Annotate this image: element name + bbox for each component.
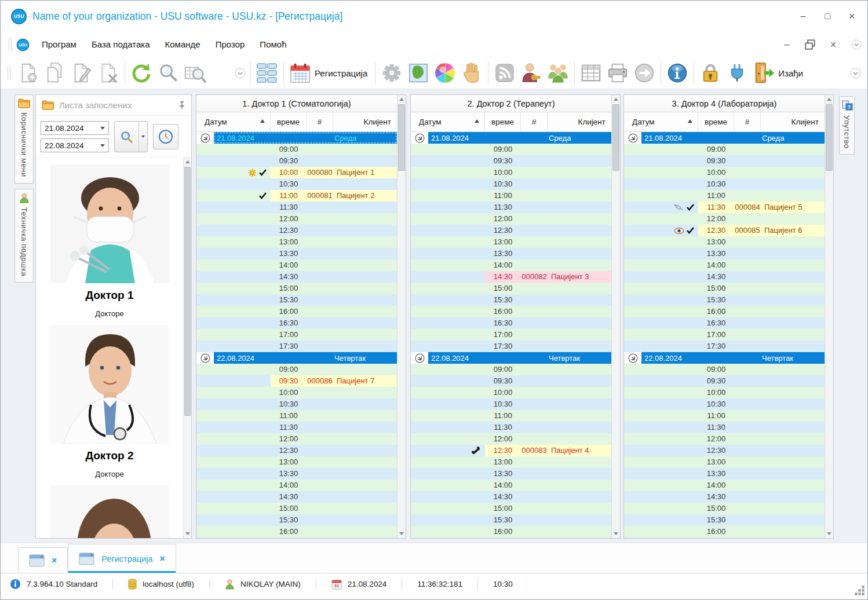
appointment-row[interactable]: 12:30000085Пацијент 6 [624, 225, 825, 236]
doctor-card[interactable] [36, 485, 183, 538]
time-slot-row[interactable]: 16:00 [624, 526, 825, 537]
time-slot-row[interactable]: 12:00 [624, 213, 825, 225]
time-slot-row[interactable]: 10:30 [411, 178, 611, 190]
appointment-row[interactable]: 10:00000080Пацијент 1 [196, 167, 397, 178]
time-slot-row[interactable]: 12:30 [411, 225, 611, 236]
appointment-row[interactable]: 11:00000081Пацијент 2 [196, 190, 397, 202]
header-number[interactable]: # [521, 112, 548, 131]
time-slot-row[interactable]: 10:00 [624, 387, 825, 398]
time-slot-row[interactable]: 17:30 [411, 341, 611, 352]
time-slot-row[interactable]: 09:00 [196, 364, 397, 375]
appointment-row[interactable]: 12:30000083Пацијент 4 [411, 445, 611, 456]
header-time[interactable]: време [698, 112, 734, 131]
time-slot-row[interactable]: 17:00 [411, 329, 611, 341]
time-slot-row[interactable]: 16:30 [624, 317, 825, 329]
time-slot-row[interactable]: 16:00 [196, 526, 397, 537]
time-slot-row[interactable]: 10:00 [411, 167, 611, 178]
time-slot-row[interactable]: 13:00 [196, 456, 397, 468]
copy-record-button[interactable] [42, 60, 68, 86]
time-slot-row[interactable]: 15:30 [624, 294, 825, 306]
clock-button[interactable] [153, 124, 178, 149]
time-slot-row[interactable]: 13:30 [196, 248, 397, 259]
time-slot-row[interactable]: 10:00 [411, 387, 611, 398]
delete-record-button[interactable] [95, 60, 122, 86]
menu-item[interactable]: База података [84, 39, 158, 49]
time-slot-row[interactable]: 16:00 [411, 526, 611, 537]
window-tab[interactable]: × [18, 547, 68, 573]
time-slot-row[interactable]: 11:30 [196, 422, 397, 433]
grid-view-button[interactable] [254, 60, 280, 86]
time-slot-row[interactable]: 10:30 [411, 398, 611, 410]
time-slot-row[interactable]: 13:00 [624, 236, 825, 248]
doctor-card[interactable]: Доктор 1 Докторе [36, 164, 183, 318]
settings-gear-button[interactable] [378, 60, 405, 86]
time-slot-row[interactable]: 16:00 [624, 306, 825, 317]
header-datum[interactable]: Датум [624, 112, 698, 131]
date-from-select[interactable]: 21.08.2024 [41, 121, 109, 135]
search-employees-button[interactable] [114, 121, 148, 152]
time-slot-row[interactable]: 09:00 [196, 144, 397, 155]
color-wheel-button[interactable] [432, 60, 458, 86]
scroll-down-button[interactable] [397, 529, 406, 538]
time-slot-row[interactable]: 14:00 [196, 259, 397, 271]
time-slot-row[interactable]: 14:30 [196, 491, 397, 503]
time-slot-row[interactable]: 11:00 [411, 410, 611, 422]
vertical-scrollbar[interactable] [825, 95, 833, 538]
doctor-card[interactable]: Доктор 2 Докторе [36, 325, 183, 478]
vertical-scrollbar[interactable] [611, 95, 620, 538]
time-slot-row[interactable]: 12:00 [624, 433, 825, 445]
time-slot-row[interactable]: 10:00 [624, 167, 825, 178]
mdi-close-button[interactable]: × [828, 39, 838, 50]
refresh-button[interactable] [128, 60, 155, 86]
mdi-restore-button[interactable] [805, 39, 815, 50]
forward-button[interactable] [631, 60, 658, 86]
menu-item[interactable]: Прозор [208, 39, 253, 49]
toolbar-overflow-button[interactable] [232, 65, 247, 81]
time-slot-row[interactable]: 13:30 [411, 248, 611, 259]
header-client[interactable]: Клијент [548, 112, 611, 131]
time-slot-row[interactable]: 12:00 [196, 213, 397, 225]
time-slot-row[interactable]: 15:30 [196, 514, 397, 526]
edit-record-button[interactable] [68, 60, 95, 86]
scroll-thumb[interactable] [612, 104, 619, 171]
appointment-row[interactable]: 11:30000084Пацијент 5 [624, 202, 825, 213]
time-slot-row[interactable]: 12:30 [624, 445, 825, 456]
exit-door-button[interactable] [750, 60, 777, 86]
menu-item[interactable]: Програм [34, 39, 84, 49]
time-slot-row[interactable]: 15:00 [624, 283, 825, 294]
time-slot-row[interactable]: 11:00 [196, 410, 397, 422]
time-slot-row[interactable]: 16:30 [411, 537, 611, 538]
menu-item[interactable]: Команде [158, 39, 208, 49]
table-button[interactable] [578, 60, 604, 86]
date-group-row[interactable]: 22.08.2024Четвртак [411, 352, 611, 364]
header-client[interactable]: Клијент [761, 112, 825, 131]
users-group-button[interactable] [545, 60, 571, 86]
time-slot-row[interactable]: 13:30 [624, 468, 825, 480]
time-slot-row[interactable]: 14:30 [624, 271, 825, 283]
time-slot-row[interactable]: 11:00 [411, 190, 611, 202]
time-slot-row[interactable]: 12:00 [411, 433, 611, 445]
time-slot-row[interactable]: 14:30 [624, 491, 825, 503]
time-slot-row[interactable]: 15:00 [411, 503, 611, 514]
header-time[interactable]: време [271, 112, 307, 131]
time-slot-row[interactable]: 14:00 [624, 259, 825, 271]
appointment-row[interactable]: 09:30000086Пацијент 7 [196, 375, 397, 387]
time-slot-row[interactable]: 11:30 [624, 422, 825, 433]
scroll-up-button[interactable] [397, 95, 406, 104]
time-slot-row[interactable]: 09:30 [196, 155, 397, 167]
date-group-row[interactable]: 22.08.2024Четвртак [624, 352, 825, 364]
header-time[interactable]: време [485, 112, 521, 131]
time-slot-row[interactable]: 11:30 [411, 202, 611, 213]
toolbar-grip[interactable] [8, 66, 10, 80]
time-slot-row[interactable]: 15:00 [624, 503, 825, 514]
time-slot-row[interactable]: 09:00 [411, 364, 611, 375]
tab-close-button[interactable]: × [160, 554, 165, 564]
sidebar-scrollbar[interactable] [183, 158, 191, 538]
time-slot-row[interactable]: 11:30 [196, 202, 397, 213]
time-slot-row[interactable]: 15:00 [196, 283, 397, 294]
time-slot-row[interactable]: 16:00 [411, 306, 611, 317]
exit-label[interactable]: Изађи [778, 68, 803, 78]
time-slot-row[interactable]: 09:00 [624, 364, 825, 375]
time-slot-row[interactable]: 13:00 [196, 236, 397, 248]
time-slot-row[interactable]: 15:30 [411, 294, 611, 306]
